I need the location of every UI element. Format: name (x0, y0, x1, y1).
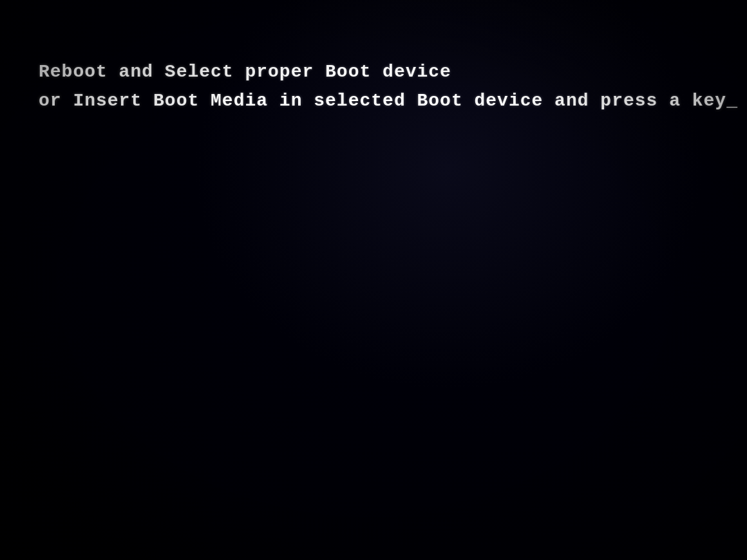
boot-message-line2: or Insert Boot Media in selected Boot de… (39, 87, 738, 116)
boot-screen: Reboot and Select proper Boot device or … (0, 0, 747, 560)
boot-message-line1: Reboot and Select proper Boot device (39, 58, 738, 87)
boot-message-container: Reboot and Select proper Boot device or … (39, 58, 738, 116)
